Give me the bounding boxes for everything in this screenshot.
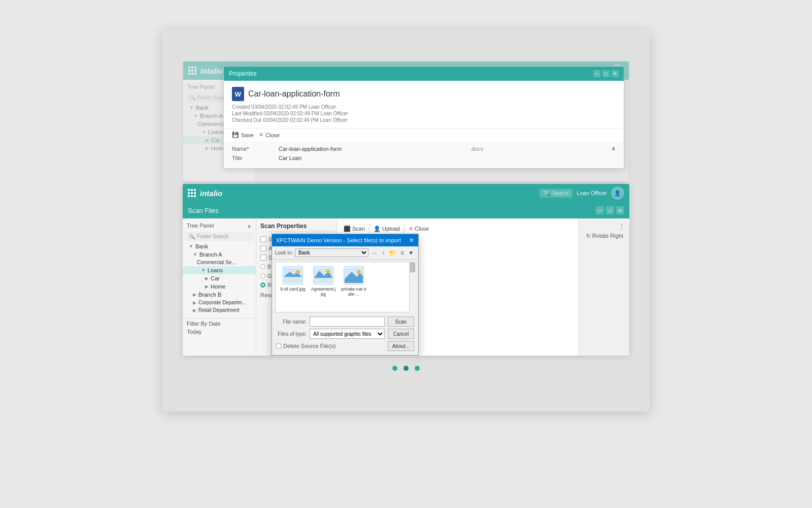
gray-radio[interactable] [260, 273, 265, 278]
dot-2[interactable] [403, 366, 409, 371]
scan-maximize-button[interactable]: □ [606, 206, 614, 214]
scan-tree-panel: Tree Panel [187, 223, 214, 229]
scan-minimize-button[interactable]: ─ [596, 206, 604, 214]
black-white-radio[interactable] [260, 264, 265, 269]
scan-loan-officer: Loan Officer [577, 190, 607, 196]
dialog-toolbar: Look in: Bank ← ↑ 📁 ≡ ▼ [272, 246, 418, 260]
dot-3[interactable] [415, 366, 420, 371]
file-thumb-car-sale[interactable]: private-car-sale-... [341, 266, 367, 297]
file-browser-area: 5-id card.jpg Agreement.jpg [275, 262, 415, 312]
dialog-title: XPCTWAIN Demo Version - Select file(s) t… [276, 237, 401, 243]
scan-icon: ⬛ [344, 226, 351, 232]
dialog-cancel-button[interactable]: Cancel [388, 329, 414, 339]
scan-sidebar: Tree Panel ▲ 🔍 Folder Search ▼Bank ▼Bran… [183, 218, 256, 356]
save-button[interactable]: 💾 Save [232, 132, 254, 138]
file-name-dialog-label: File name: [276, 319, 307, 325]
scan-properties-title: Scan Properties [260, 223, 333, 232]
files-of-type-label: Files of type: [276, 331, 307, 337]
adf-enabled-checkbox[interactable] [260, 245, 266, 251]
scan-tree-home[interactable]: ▶Home [183, 282, 256, 291]
close-scan-button[interactable]: ✕ Close [409, 226, 429, 232]
files-of-type-select[interactable]: All supported graphic files [310, 329, 385, 339]
dot-1[interactable] [392, 366, 397, 371]
scan-folder-search: 🔍 Folder Search [185, 232, 254, 241]
collapse-icon: ▲ [247, 223, 252, 229]
dialog-about-button[interactable]: About... [388, 341, 414, 351]
scan-tree-branch-a[interactable]: ▼Branch A [183, 250, 256, 259]
app-logo: intalio [188, 67, 223, 75]
upload-button[interactable]: 👤 Upload [374, 226, 400, 232]
scan-button[interactable]: ⬛ Scan [344, 226, 365, 232]
name-value: Car-loan-application-form [279, 146, 342, 152]
file-thumb-agreement[interactable]: Agreement.jpg [310, 266, 336, 297]
tree-panel-label: Tree Panel [187, 84, 214, 90]
back-icon[interactable]: ← [370, 249, 379, 257]
look-in-select[interactable]: Bank [295, 248, 368, 257]
file-dialog: XPCTWAIN Demo Version - Select file(s) t… [272, 234, 419, 356]
doc-name: Car-loan-application-form [248, 89, 340, 99]
created-meta: Created 03/04/2020 02:02:49 PM Loan Offi… [232, 104, 616, 110]
properties-title: Properties [229, 70, 257, 77]
file-thumb-id-card[interactable]: 5-id card.jpg [280, 266, 306, 292]
properties-title-bar: Properties ─ □ ✕ [224, 67, 624, 81]
minimize-button[interactable]: ─ [593, 70, 600, 77]
show-ui-checkbox[interactable] [260, 236, 266, 242]
search-icon: 🔍 [544, 190, 551, 197]
rgb-radio[interactable] [260, 282, 265, 288]
scan-label: Scan [352, 226, 365, 232]
upload-label: Upload [382, 226, 400, 232]
scan-tree-corporate[interactable]: ▶Corporate Departm... [183, 299, 256, 306]
svg-point-8 [357, 270, 361, 274]
scan-tree-commercial[interactable]: Commercial Se... [183, 259, 256, 266]
scan-title-bar: Scan Files ─ □ ✕ [183, 202, 629, 218]
rotate-right-button[interactable]: ↻ Rotate Right [584, 231, 625, 241]
save-icon: 💾 [232, 132, 239, 138]
close-button[interactable]: ✕ Close [259, 132, 280, 138]
scan-both-sides-checkbox[interactable] [260, 255, 266, 261]
scan-window-title: Scan Files [188, 207, 219, 214]
checked-out-meta: Checked Out 03/04/2020 02:02:49 PM Loan … [232, 117, 616, 123]
save-label: Save [241, 132, 254, 138]
scan-tree-loans[interactable]: ▼Loans [183, 266, 256, 274]
view-dropdown-icon[interactable]: ▼ [407, 249, 415, 257]
file-name-input[interactable] [310, 316, 385, 327]
more-icon[interactable]: ⋮ [618, 223, 625, 231]
expand-icon[interactable]: ∧ [612, 145, 616, 152]
dialog-title-bar: XPCTWAIN Demo Version - Select file(s) t… [272, 234, 418, 246]
close-label: Close [265, 132, 280, 138]
upload-icon: 👤 [374, 226, 381, 232]
title-value: Car Loan [279, 155, 301, 161]
grid-icon [188, 67, 196, 75]
delete-source-label: Delete Source File(s) [283, 343, 335, 349]
today-label: Today [187, 329, 252, 335]
close-button[interactable]: ✕ [612, 70, 619, 77]
modified-meta: Last Modified 03/04/2020 02:02:49 PM Loa… [232, 111, 616, 116]
close-icon: ✕ [409, 226, 413, 232]
title-label: Title [232, 155, 273, 161]
delete-source-checkbox[interactable] [276, 343, 281, 348]
name-label: Name* [232, 146, 273, 152]
scan-tree-car[interactable]: ▶Car [183, 274, 256, 282]
up-icon[interactable]: ↑ [381, 249, 386, 257]
properties-toolbar: 💾 Save ✕ Close [224, 128, 624, 141]
properties-window: Properties ─ □ ✕ W Car-loan-application-… [223, 66, 624, 169]
scan-tree-retail[interactable]: ▶Retail Department [183, 306, 256, 314]
new-folder-icon[interactable]: 📁 [388, 249, 397, 257]
maximize-button[interactable]: □ [602, 70, 610, 77]
look-in-label: Look in: [275, 250, 293, 256]
app-name-label: intalio [200, 189, 222, 198]
search-icon: 🔍 [189, 95, 195, 101]
view-icon[interactable]: ≡ [399, 249, 405, 257]
scan-close-button[interactable]: ✕ [616, 206, 624, 214]
file-name-id-card: 5-id card.jpg [280, 287, 306, 292]
dialog-scrollbar[interactable] [409, 262, 415, 312]
file-name-car-sale: private-car-sale-... [341, 287, 367, 297]
scan-header-search[interactable]: 🔍 Search [539, 189, 573, 198]
dialog-scan-button[interactable]: Scan [388, 316, 414, 327]
dialog-close-button[interactable]: ✕ [409, 237, 414, 244]
word-icon: W [232, 87, 244, 101]
close-icon: ✕ [259, 132, 263, 138]
scan-tree-bank[interactable]: ▼Bank [183, 242, 256, 250]
scan-tree-branch-b[interactable]: ▶Branch B [183, 291, 256, 299]
close-label: Close [415, 226, 429, 232]
